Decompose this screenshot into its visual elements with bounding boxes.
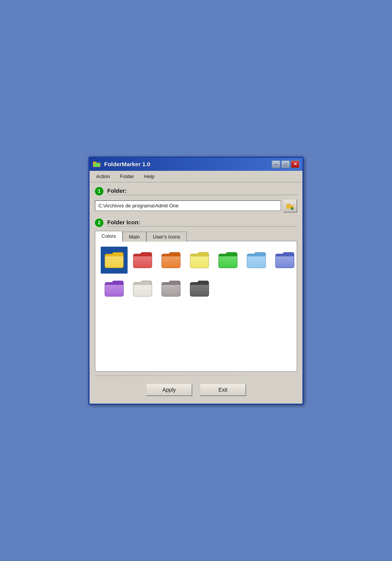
app-icon	[93, 160, 101, 169]
main-window: FolderMarker 1.0 ─ □ ✕ Action Folder Hel…	[88, 157, 304, 405]
tab-main[interactable]: Main	[123, 232, 146, 242]
svg-rect-2	[93, 162, 95, 163]
folder-icon-green[interactable]	[214, 247, 241, 274]
tab-users-icons[interactable]: User's Icons	[146, 232, 187, 242]
tab-colors[interactable]: Colors	[95, 231, 123, 241]
color-icons-grid	[99, 245, 293, 304]
section2-header: 2 Folder Icon:	[95, 219, 297, 227]
folder-icon-lightblue[interactable]	[243, 247, 270, 274]
tabs-container: Colors Main User's Icons	[95, 231, 297, 372]
maximize-button[interactable]: □	[281, 160, 290, 168]
svg-line-9	[293, 209, 294, 210]
folder-icon-lightyellow[interactable]	[186, 247, 213, 274]
folder-icon-orange[interactable]	[158, 247, 184, 274]
folder-icon-blue[interactable]	[271, 247, 298, 274]
folder-path-input[interactable]	[95, 200, 281, 211]
folder-input-row	[95, 199, 297, 212]
svg-rect-7	[287, 204, 288, 205]
title-bar-buttons: ─ □ ✕	[272, 160, 299, 168]
menu-help[interactable]: Help	[141, 172, 158, 180]
apply-button[interactable]: Apply	[146, 384, 192, 396]
exit-button[interactable]: Exit	[200, 384, 246, 396]
title-bar-left: FolderMarker 1.0	[93, 160, 150, 169]
section1-title: Folder:	[107, 187, 297, 195]
folder-icon-yellow[interactable]	[101, 247, 128, 274]
folder-icon-white[interactable]	[129, 275, 156, 302]
section1-header: 1 Folder:	[95, 187, 297, 195]
svg-rect-4	[95, 164, 99, 166]
step2-badge: 2	[95, 219, 103, 227]
section2-title: Folder Icon:	[107, 219, 297, 227]
menu-folder[interactable]: Folder	[116, 172, 138, 180]
bottom-separator	[95, 376, 297, 376]
folder-icon-darkgray[interactable]	[186, 275, 213, 302]
browse-button[interactable]	[283, 199, 297, 212]
close-button[interactable]: ✕	[291, 160, 299, 168]
title-bar: FolderMarker 1.0 ─ □ ✕	[90, 158, 302, 171]
folder-icon-purple[interactable]	[101, 275, 128, 302]
menu-bar: Action Folder Help	[90, 171, 302, 182]
window-title: FolderMarker 1.0	[104, 161, 150, 167]
content-area: 1 Folder: 2 Folder Icon: Color	[90, 182, 302, 404]
step1-badge: 1	[95, 187, 103, 195]
tab-content-colors	[95, 241, 297, 372]
svg-point-8	[291, 207, 293, 210]
menu-action[interactable]: Action	[93, 172, 113, 180]
button-row: Apply Exit	[95, 380, 297, 399]
tabs-row: Colors Main User's Icons	[95, 231, 297, 241]
minimize-button[interactable]: ─	[272, 160, 280, 168]
folder-icon-red[interactable]	[129, 247, 156, 274]
folder-icon-gray[interactable]	[158, 275, 184, 302]
